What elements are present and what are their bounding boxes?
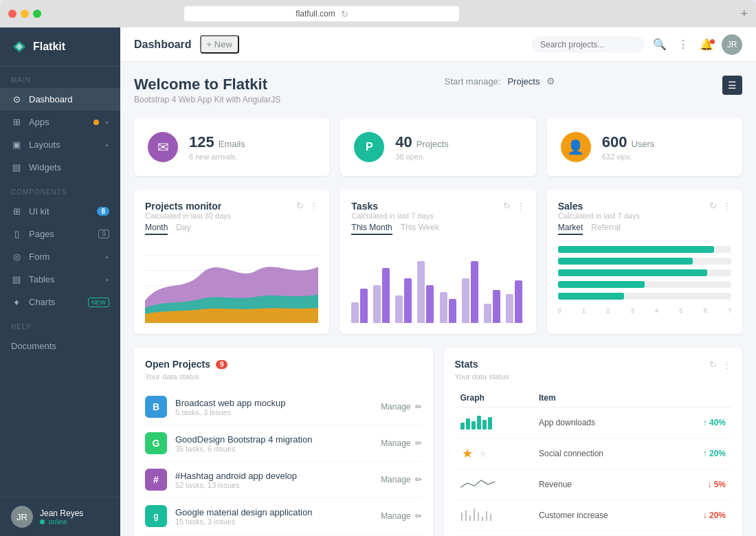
stats-row: Customer increase ↓ 20%: [455, 500, 732, 531]
emails-sub: 6 new arrivals.: [189, 153, 245, 161]
sidebar-item-label: Charts: [29, 297, 81, 307]
hbar-fill: [558, 293, 624, 300]
bar-group: [462, 261, 481, 323]
project-list: B Broadcast web app mockup 5 tasks, 3 is…: [145, 389, 422, 536]
new-button[interactable]: + New: [200, 35, 239, 54]
apps-arrow: ▸: [106, 118, 109, 126]
manage-button[interactable]: Manage ✏: [381, 475, 421, 484]
projects-monitor-sub: Calculated in last 30 days: [145, 212, 231, 220]
uikit-icon: ⊞: [11, 206, 22, 216]
dashboard-icon: ⊙: [11, 94, 22, 104]
stat-name: Order placed: [533, 531, 672, 537]
project-avatar-b: B: [145, 396, 167, 418]
tab-day[interactable]: Day: [176, 223, 190, 235]
project-info: Google material design application 15 ta…: [175, 507, 373, 526]
tab-this-month[interactable]: This Month: [351, 223, 392, 235]
sidebar-item-widgets[interactable]: ▤ Widgets: [0, 156, 120, 179]
project-meta: 35 tasks, 6 issues: [175, 445, 373, 453]
sidebar-user: JR Jean Reyes online: [0, 497, 120, 536]
more-icon[interactable]: ⋮: [309, 201, 318, 211]
url-bar[interactable]: flatfull.com ↻: [184, 6, 459, 21]
reload-icon[interactable]: ↻: [341, 9, 348, 19]
app-container: Flatkit Main ⊙ Dashboard ⊞ Apps ▸ ▣ Layo…: [0, 27, 756, 536]
bar: [373, 285, 381, 323]
sidebar-item-label: Tables: [29, 274, 99, 284]
hbar-fill: [558, 281, 645, 288]
edit-icon: ✏: [415, 475, 422, 484]
topbar-avatar[interactable]: JR: [722, 34, 742, 55]
minimize-button[interactable]: [21, 10, 29, 18]
col-value: [672, 389, 731, 407]
col-graph: Graph: [455, 389, 533, 407]
more-icon[interactable]: ⋮: [722, 359, 731, 370]
list-view-button[interactable]: ☰: [722, 76, 742, 95]
chart-actions: ↻ ⋮: [296, 201, 318, 211]
refresh-icon[interactable]: ↻: [709, 201, 717, 211]
stat-name: App downloads: [533, 407, 672, 438]
stat-cards: ✉ 125 Emails 6 new arrivals. P 40: [134, 118, 742, 176]
emails-icon: ✉: [148, 132, 178, 162]
project-name: #Hashtag android app develop: [175, 471, 373, 481]
more-icon[interactable]: ⋮: [516, 201, 525, 211]
project-meta: 52 tasks, 13 issues: [175, 481, 373, 489]
more-icon[interactable]: ⋮: [722, 201, 731, 211]
hbar-row: [558, 246, 731, 253]
stat-name: Customer increase: [533, 500, 672, 531]
refresh-icon[interactable]: ↻: [709, 359, 717, 370]
bar: [515, 280, 522, 323]
refresh-icon[interactable]: ↻: [296, 201, 304, 211]
sidebar-item-label: Documents: [11, 341, 109, 351]
chart-header: Sales Calculated in last 7 days ↻ ⋮: [558, 201, 731, 220]
sidebar-item-apps[interactable]: ⊞ Apps ▸: [0, 111, 120, 133]
col-item: Item: [533, 389, 672, 407]
sidebar-item-dashboard[interactable]: ⊙ Dashboard: [0, 88, 120, 111]
sidebar-item-pages[interactable]: ▯ Pages 9: [0, 223, 120, 245]
manage-button[interactable]: Manage ✏: [381, 402, 421, 412]
sidebar-item-form[interactable]: ◎ Form ▸: [0, 245, 120, 268]
tab-month[interactable]: Month: [145, 223, 168, 235]
user-info: Jean Reyes online: [40, 509, 83, 526]
tab-referral[interactable]: Referral: [591, 223, 621, 235]
card-header: Open Projects 9: [145, 359, 422, 370]
settings-icon[interactable]: ⚙: [546, 76, 555, 87]
manage-button[interactable]: Manage ✏: [381, 511, 421, 521]
sidebar-item-uikit[interactable]: ⊞ UI kit 8: [0, 200, 120, 223]
bar: [484, 304, 491, 323]
tab-this-week[interactable]: This Week: [401, 223, 439, 235]
emails-count: 125: [189, 133, 214, 151]
topbar: Dashboard + New 🔍 ⋮ 🔔 JR: [120, 27, 756, 62]
stat-name: Revenue: [533, 469, 672, 500]
bar-group: [484, 290, 503, 323]
new-tab-button[interactable]: +: [740, 7, 748, 21]
bar: [426, 285, 434, 323]
sidebar-item-label: Widgets: [29, 162, 109, 172]
close-button[interactable]: [8, 10, 16, 18]
maximize-button[interactable]: [33, 10, 41, 18]
stat-percent: ↓ 5%: [672, 531, 731, 537]
sidebar-item-charts[interactable]: ♦ Charts NEW: [0, 291, 120, 313]
tab-market[interactable]: Market: [558, 223, 583, 235]
user-avatar[interactable]: JR: [11, 506, 33, 528]
search-input[interactable]: [540, 40, 636, 49]
search-icon[interactable]: 🔍: [650, 35, 669, 54]
project-name: GoodDesign Bootstrap 4 migration: [175, 434, 373, 445]
svg-rect-8: [471, 421, 476, 429]
manage-button[interactable]: Manage ✏: [381, 438, 421, 448]
project-item: G GoodDesign Bootstrap 4 migration 35 ta…: [145, 425, 422, 462]
menu-icon[interactable]: ⋮: [675, 35, 691, 54]
stats-row: ★ ★ Social connection ↑ 20%: [455, 438, 732, 469]
refresh-icon[interactable]: ↻: [503, 201, 511, 211]
bar-group: [440, 292, 459, 323]
bar: [449, 299, 456, 323]
notification-icon[interactable]: 🔔: [697, 36, 716, 53]
mini-chart-scatter: [460, 506, 495, 522]
manage-projects-link[interactable]: Projects: [507, 76, 540, 87]
sidebar-item-tables[interactable]: ▤ Tables ▸: [0, 268, 120, 291]
layouts-arrow: ▸: [106, 141, 109, 148]
chart-title-group: Tasks Calculated in last 7 days: [351, 201, 433, 220]
chart-title-group: Projects monitor Calculated in last 30 d…: [145, 201, 231, 220]
sidebar-item-documents[interactable]: Documents: [0, 335, 120, 357]
stat-percent: ↓ 5%: [672, 469, 731, 500]
projects-count: 40: [395, 133, 412, 151]
sidebar-item-layouts[interactable]: ▣ Layouts ▸: [0, 133, 120, 156]
